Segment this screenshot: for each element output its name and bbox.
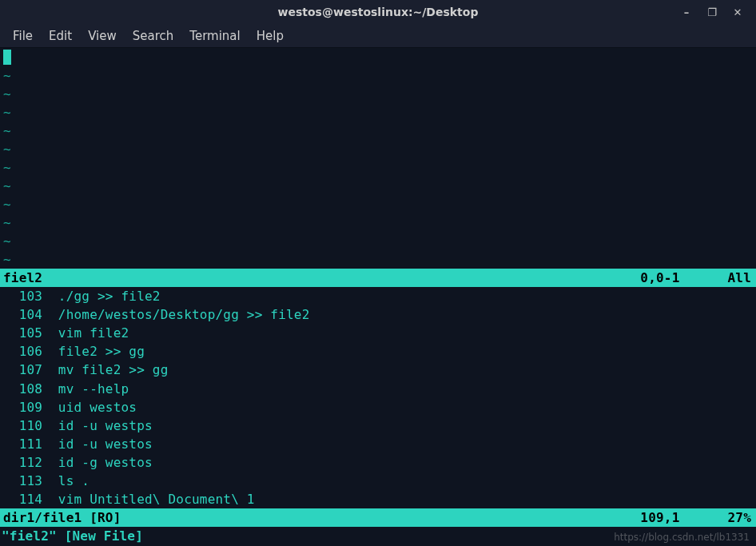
vim-cursor-line <box>0 48 756 66</box>
history-line: 106 file2 >> gg <box>0 342 756 361</box>
status-filename-bottom: dir1/file1 [RO] <box>3 508 640 527</box>
history-line: 111 id -u westos <box>0 435 756 453</box>
status-percent-bottom: 27% <box>728 508 754 527</box>
history-line: 112 id -g westos <box>0 453 756 472</box>
vim-tilde-line: ~ <box>0 232 756 250</box>
history-line: 114 vim Untitled\ Document\ 1 <box>0 490 756 508</box>
vim-tilde-line: ~ <box>0 213 756 232</box>
menu-edit[interactable]: Edit <box>41 26 80 46</box>
history-line: 109 uid westos <box>0 398 756 416</box>
close-icon[interactable]: ✕ <box>730 6 745 18</box>
window-titlebar: westos@westoslinux:~/Desktop – ❐ ✕ <box>0 0 756 24</box>
vim-tilde-line: ~ <box>0 250 756 269</box>
menu-search[interactable]: Search <box>125 26 182 46</box>
vim-tilde-line: ~ <box>0 158 756 177</box>
menu-view[interactable]: View <box>80 26 125 46</box>
history-line: 104 /home/westos/Desktop/gg >> file2 <box>0 305 756 324</box>
vim-status-top: fiel2 0,0-1 All <box>0 269 756 287</box>
status-percent-top: All <box>728 269 754 287</box>
menubar: File Edit View Search Terminal Help <box>0 24 756 48</box>
vim-tilde-line: ~ <box>0 177 756 195</box>
vim-tilde-line: ~ <box>0 195 756 213</box>
vim-command-line: "fiel2" [New File] <box>0 527 756 545</box>
history-line: 110 id -u westps <box>0 416 756 435</box>
history-line: 113 ls . <box>0 472 756 490</box>
menu-file[interactable]: File <box>5 26 41 46</box>
vim-status-bottom: dir1/file1 [RO] 109,1 27% <box>0 508 756 527</box>
history-line: 108 mv --help <box>0 380 756 398</box>
minimize-icon[interactable]: – <box>679 6 694 18</box>
history-line: 105 vim file2 <box>0 324 756 342</box>
vim-tilde-line: ~ <box>0 66 756 85</box>
menu-terminal[interactable]: Terminal <box>181 26 248 46</box>
status-filename-top: fiel2 <box>3 269 640 287</box>
vim-tilde-line: ~ <box>0 140 756 158</box>
history-line: 103 ./gg >> file2 <box>0 287 756 305</box>
window-title: westos@westoslinux:~/Desktop <box>278 6 479 18</box>
history-list: 103 ./gg >> file2 104 /home/westos/Deskt… <box>0 287 756 508</box>
vim-tilde-line: ~ <box>0 85 756 103</box>
status-position-top: 0,0-1 <box>640 269 727 287</box>
terminal-area[interactable]: ~ ~ ~ ~ ~ ~ ~ ~ ~ ~ ~ fiel2 0,0-1 All 10… <box>0 48 756 545</box>
maximize-icon[interactable]: ❐ <box>705 6 719 18</box>
history-line: 107 mv file2 >> gg <box>0 361 756 379</box>
vim-tilde-line: ~ <box>0 122 756 140</box>
menu-help[interactable]: Help <box>249 26 292 46</box>
status-position-bottom: 109,1 <box>640 508 727 527</box>
vim-tilde-line: ~ <box>0 103 756 122</box>
cursor-block <box>3 50 11 65</box>
window-controls: – ❐ ✕ <box>679 0 753 24</box>
